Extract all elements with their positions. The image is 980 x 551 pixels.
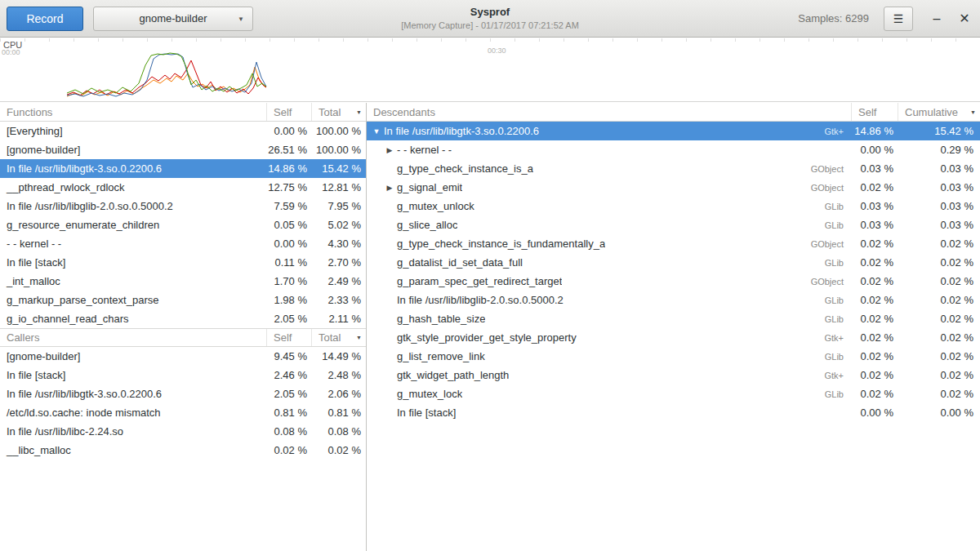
function-row[interactable]: - - kernel - -0.00 %4.30 % <box>0 234 366 253</box>
samples-count: Samples: 6299 <box>798 12 869 24</box>
library-badge: GObject <box>811 183 852 193</box>
library-badge: GLib <box>825 389 852 399</box>
function-row[interactable]: g_resource_enumerate_children0.05 %5.02 … <box>0 216 366 234</box>
column-header-self[interactable]: Self <box>267 329 312 346</box>
descendant-row[interactable]: g_slice_allocGLib0.03 %0.03 % <box>367 216 980 234</box>
cumulative-percent: 0.03 % <box>898 181 980 193</box>
library-badge: GObject <box>811 164 852 174</box>
descendant-row[interactable]: In file /usr/lib/libglib-2.0.so.0.5000.2… <box>367 291 980 309</box>
descendant-row[interactable]: g_param_spec_get_redirect_targetGObject0… <box>367 272 980 291</box>
expander-icon[interactable]: ▶ <box>385 146 394 154</box>
self-percent: 14.86 % <box>267 162 312 175</box>
self-percent: 0.02 % <box>852 331 898 344</box>
descendant-row[interactable]: g_list_remove_linkGLib0.02 %0.02 % <box>367 347 980 366</box>
record-button[interactable]: Record <box>7 7 83 31</box>
descendant-name: In file /usr/lib/libglib-2.0.so.0.5000.2 <box>397 294 564 306</box>
self-percent: 2.46 % <box>267 369 312 381</box>
self-percent: 14.86 % <box>852 125 898 137</box>
function-row[interactable]: __pthread_rwlock_rdlock12.75 %12.81 % <box>0 178 366 197</box>
column-header-total-label: Total <box>318 106 341 118</box>
descendants-pane: Descendants Self Cumulative ▼ ▼In file /… <box>366 103 980 551</box>
function-name: __pthread_rwlock_rdlock <box>0 181 267 193</box>
column-header-self[interactable]: Self <box>852 103 898 121</box>
self-percent: 2.05 % <box>267 388 312 400</box>
descendant-row[interactable]: g_type_check_instance_is_aGObject0.03 %0… <box>367 159 980 178</box>
total-percent: 2.70 % <box>312 256 366 269</box>
column-header-functions[interactable]: Functions <box>0 103 267 121</box>
close-button[interactable]: ✕ <box>952 7 977 31</box>
caller-row[interactable]: In file [stack]2.46 %2.48 % <box>0 366 366 384</box>
function-row[interactable]: g_markup_parse_context_parse1.98 %2.33 % <box>0 291 366 309</box>
minimize-button[interactable]: – <box>924 7 949 31</box>
cumulative-percent: 0.03 % <box>898 200 980 212</box>
caller-row[interactable]: In file /usr/lib/libc-2.24.so0.08 %0.08 … <box>0 422 366 441</box>
self-percent: 0.02 % <box>852 181 898 193</box>
descendant-row[interactable]: g_hash_table_sizeGLib0.02 %0.02 % <box>367 309 980 328</box>
descendant-row[interactable]: gtk_widget_path_lengthGtk+0.02 %0.02 % <box>367 366 980 384</box>
total-percent: 2.06 % <box>312 388 366 400</box>
self-percent: 0.11 % <box>267 256 312 269</box>
self-percent: 0.02 % <box>267 444 312 456</box>
descendant-row[interactable]: g_type_check_instance_is_fundamentally_a… <box>367 234 980 253</box>
descendant-row[interactable]: gtk_style_provider_get_style_propertyGtk… <box>367 328 980 347</box>
descendant-name: - - kernel - - <box>397 144 452 156</box>
column-header-total[interactable]: Total ▼ <box>312 103 366 121</box>
expander-icon[interactable]: ▼ <box>372 127 381 136</box>
caller-row[interactable]: [gnome-builder]9.45 %14.49 % <box>0 347 366 366</box>
caller-row[interactable]: In file /usr/lib/libgtk-3.so.0.2200.62.0… <box>0 384 366 403</box>
expander-icon[interactable]: ▶ <box>385 184 394 192</box>
function-name: In file /usr/lib/libgtk-3.so.0.2200.6 <box>0 388 267 400</box>
sort-indicator-icon: ▼ <box>970 109 976 115</box>
cpu-graph[interactable]: CPU 00:00 00:30 <box>0 38 980 102</box>
descendant-row[interactable]: g_mutex_unlockGLib0.03 %0.03 % <box>367 197 980 216</box>
cpu-line-green <box>67 53 266 94</box>
column-header-callers[interactable]: Callers <box>0 329 267 346</box>
total-percent: 2.49 % <box>312 275 366 287</box>
descendant-row[interactable]: g_datalist_id_set_data_fullGLib0.02 %0.0… <box>367 253 980 272</box>
total-percent: 4.30 % <box>312 238 366 250</box>
function-row[interactable]: [Everything]0.00 %100.00 % <box>0 122 366 140</box>
library-badge: GLib <box>825 314 852 324</box>
column-header-total[interactable]: Total ▼ <box>312 329 366 346</box>
caller-row[interactable]: __libc_malloc0.02 %0.02 % <box>0 441 366 460</box>
function-row[interactable]: [gnome-builder]26.51 %100.00 % <box>0 140 366 159</box>
cpu-usage-chart <box>0 51 980 101</box>
self-percent: 0.00 % <box>267 125 312 137</box>
menu-button[interactable]: ☰ <box>884 7 913 31</box>
function-row[interactable]: In file /usr/lib/libglib-2.0.so.0.5000.2… <box>0 197 366 216</box>
descendant-name: g_slice_alloc <box>397 219 457 231</box>
function-name: /etc/ld.so.cache: inode mismatch <box>0 407 267 419</box>
function-row[interactable]: _int_malloc1.70 %2.49 % <box>0 272 366 291</box>
descendant-row[interactable]: ▶g_signal_emitGObject0.02 %0.03 % <box>367 178 980 197</box>
app-title: Sysprof <box>401 6 579 18</box>
function-name: g_resource_enumerate_children <box>0 219 267 231</box>
cumulative-percent: 0.02 % <box>898 331 980 344</box>
process-selector[interactable]: gnome-builder ▼ <box>93 7 253 31</box>
function-name: In file /usr/lib/libc-2.24.so <box>0 425 267 438</box>
total-percent: 12.81 % <box>312 181 366 193</box>
function-row[interactable]: g_io_channel_read_chars2.05 %2.11 % <box>0 309 366 328</box>
total-percent: 0.08 % <box>312 425 366 438</box>
cumulative-percent: 0.02 % <box>898 313 980 325</box>
self-percent: 0.03 % <box>852 200 898 212</box>
descendant-name: gtk_widget_path_length <box>397 369 509 381</box>
descendant-row[interactable]: g_mutex_lockGLib0.02 %0.02 % <box>367 384 980 403</box>
function-name: g_markup_parse_context_parse <box>0 294 267 306</box>
column-header-cumulative[interactable]: Cumulative ▼ <box>898 103 980 121</box>
descendant-row[interactable]: ▶- - kernel - -0.00 %0.29 % <box>367 140 980 159</box>
caller-row[interactable]: /etc/ld.so.cache: inode mismatch0.81 %0.… <box>0 403 366 422</box>
headerbar: Record gnome-builder ▼ Sysprof [Memory C… <box>0 0 980 38</box>
cumulative-percent: 0.03 % <box>898 219 980 231</box>
function-row[interactable]: In file /usr/lib/libgtk-3.so.0.2200.614.… <box>0 159 366 178</box>
descendant-name: g_type_check_instance_is_fundamentally_a <box>397 238 605 250</box>
column-header-descendants[interactable]: Descendants <box>367 103 852 121</box>
self-percent: 0.81 % <box>267 407 312 419</box>
self-percent: 1.70 % <box>267 275 312 287</box>
function-row[interactable]: In file [stack]0.11 %2.70 % <box>0 253 366 272</box>
descendant-row[interactable]: ▼In file /usr/lib/libgtk-3.so.0.2200.6Gt… <box>367 122 980 140</box>
total-percent: 100.00 % <box>312 144 366 156</box>
descendants-rows: ▼In file /usr/lib/libgtk-3.so.0.2200.6Gt… <box>367 122 980 422</box>
column-header-self[interactable]: Self <box>267 103 312 121</box>
cumulative-percent: 0.02 % <box>898 388 980 400</box>
descendant-row[interactable]: In file [stack]0.00 %0.00 % <box>367 403 980 422</box>
